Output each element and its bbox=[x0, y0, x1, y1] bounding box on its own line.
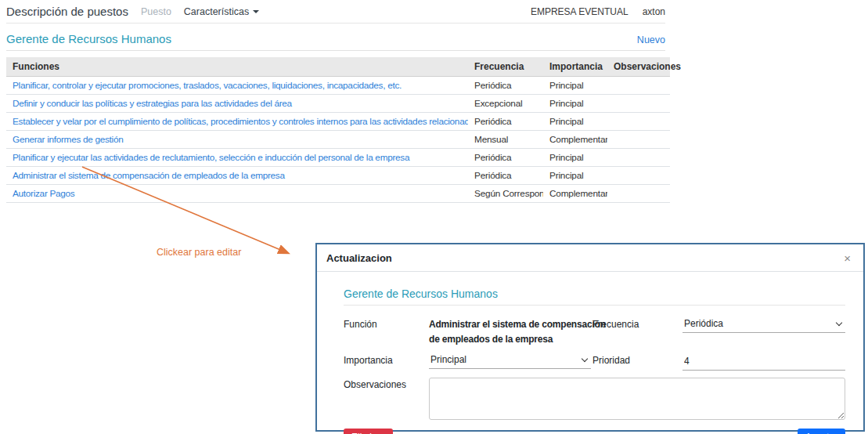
funcion-link[interactable]: Establecer y velar por el cumplimiento d… bbox=[13, 116, 468, 127]
col-header-importancia: Importancia bbox=[543, 57, 607, 77]
modal-body: Gerente de Recursos Humanos Función Admi… bbox=[317, 272, 863, 420]
funcion-link[interactable]: Generar informes de gestión bbox=[13, 134, 123, 145]
table-row: Generar informes de gestión Mensual Comp… bbox=[6, 131, 670, 149]
modal-form: Función Administrar el sistema de compen… bbox=[344, 317, 845, 420]
funcion-link[interactable]: Planificar, controlar y ejecutar promoci… bbox=[13, 80, 402, 91]
page-title: Gerente de Recursos Humanos bbox=[6, 32, 171, 45]
aceptar-button[interactable]: Aceptar bbox=[798, 429, 845, 434]
table-row: Definir y conducir las políticas y estra… bbox=[6, 95, 670, 113]
frecuencia-cell: Periódica bbox=[468, 113, 543, 131]
prioridad-input[interactable] bbox=[683, 355, 845, 371]
navbar: Descripción de puestos Puesto Caracterís… bbox=[6, 0, 665, 24]
eliminar-button[interactable]: Eliminar bbox=[344, 429, 393, 434]
chevron-down-icon bbox=[836, 320, 842, 326]
importancia-select-value: Principal bbox=[430, 354, 466, 365]
observaciones-cell bbox=[607, 113, 670, 131]
caret-down-icon bbox=[253, 10, 259, 13]
col-header-funciones: Funciones bbox=[6, 57, 468, 77]
importancia-select[interactable]: Principal bbox=[429, 353, 591, 369]
modal-header: Actualizacion × bbox=[317, 244, 863, 272]
navbar-right: EMPRESA EVENTUAL axton bbox=[531, 6, 665, 17]
table-header-row: Funciones Frecuencia Importancia Observa… bbox=[6, 57, 670, 77]
modal-title: Actualizacion bbox=[326, 252, 392, 264]
importancia-cell: Complementaria bbox=[543, 131, 607, 149]
funcion-label: Función bbox=[344, 317, 429, 330]
observaciones-cell bbox=[607, 95, 670, 113]
funcion-link[interactable]: Definir y conducir las políticas y estra… bbox=[13, 98, 292, 109]
navbar-brand[interactable]: Descripción de puestos bbox=[6, 5, 128, 18]
frecuencia-cell: Periódica bbox=[468, 167, 543, 185]
frecuencia-cell: Periódica bbox=[468, 149, 543, 167]
observaciones-cell bbox=[607, 185, 670, 203]
importancia-cell: Principal bbox=[543, 77, 607, 95]
observaciones-cell bbox=[607, 149, 670, 167]
observaciones-cell bbox=[607, 167, 670, 185]
importancia-cell: Principal bbox=[543, 167, 607, 185]
funcion-value: Administrar el sistema de compensación d… bbox=[429, 317, 606, 346]
frecuencia-label: Frecuencia bbox=[591, 317, 683, 330]
chevron-down-icon bbox=[582, 356, 588, 362]
close-icon[interactable]: × bbox=[841, 251, 854, 266]
frecuencia-cell: Mensual bbox=[468, 131, 543, 149]
col-header-observaciones: Observaciones bbox=[607, 57, 670, 77]
actualizacion-modal: Actualizacion × Gerente de Recursos Huma… bbox=[315, 243, 865, 432]
frecuencia-select-value: Periódica bbox=[684, 318, 723, 329]
nuevo-link[interactable]: Nuevo bbox=[637, 34, 665, 45]
company-label: EMPRESA EVENTUAL bbox=[531, 6, 628, 17]
col-header-frecuencia: Frecuencia bbox=[468, 57, 543, 77]
importancia-cell: Principal bbox=[543, 149, 607, 167]
importancia-cell: Complementaria bbox=[543, 185, 607, 203]
nav-item-caracteristicas-label: Características bbox=[184, 6, 249, 17]
username-label[interactable]: axton bbox=[643, 6, 665, 17]
frecuencia-cell: Periódica bbox=[468, 77, 543, 95]
table-row: Establecer y velar por el cumplimiento d… bbox=[6, 113, 670, 131]
nav-item-puesto[interactable]: Puesto bbox=[141, 6, 171, 17]
importancia-label: Importancia bbox=[344, 353, 429, 366]
modal-footer: Eliminar Aceptar bbox=[317, 420, 863, 434]
table-row: Planificar, controlar y ejecutar promoci… bbox=[6, 77, 670, 95]
frecuencia-cell: Excepcional bbox=[468, 95, 543, 113]
observaciones-cell bbox=[607, 131, 670, 149]
modal-puesto-heading: Gerente de Recursos Humanos bbox=[344, 288, 845, 306]
frecuencia-select[interactable]: Periódica bbox=[683, 317, 845, 333]
nav-item-caracteristicas[interactable]: Características bbox=[184, 6, 259, 17]
importancia-cell: Principal bbox=[543, 113, 607, 131]
funcion-link[interactable]: Autorizar Pagos bbox=[13, 188, 74, 199]
observaciones-cell bbox=[607, 77, 670, 95]
prioridad-label: Prioridad bbox=[591, 353, 683, 366]
frecuencia-cell: Según Corresponda bbox=[468, 185, 543, 203]
importancia-cell: Principal bbox=[543, 95, 607, 113]
annotation-arrow-icon bbox=[78, 161, 301, 267]
page-header: Gerente de Recursos Humanos Nuevo bbox=[6, 32, 665, 51]
observaciones-textarea[interactable] bbox=[429, 378, 845, 420]
observaciones-label: Observaciones bbox=[344, 378, 429, 390]
